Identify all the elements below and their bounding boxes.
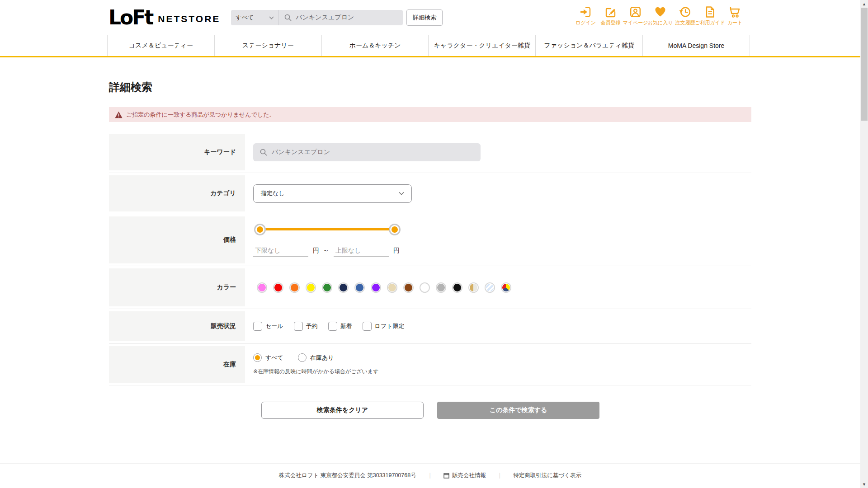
checkbox-icon[interactable] (328, 322, 337, 331)
slider-track[interactable] (260, 228, 395, 230)
color-swatch-white[interactable] (420, 283, 429, 292)
nav-item-character[interactable]: キャラクター・クリエイター雑貨 (428, 35, 535, 56)
color-label: カラー (109, 268, 245, 306)
color-swatch-clear[interactable] (486, 283, 494, 292)
color-swatch-red[interactable] (274, 283, 283, 292)
price-min-input[interactable]: 下限なし (253, 245, 308, 257)
color-swatch-black[interactable] (453, 283, 462, 292)
guide-button[interactable]: ご利用ガイド (698, 6, 722, 26)
color-swatch-yellow[interactable] (307, 283, 315, 292)
checkbox-icon[interactable] (253, 322, 262, 331)
price-separator: ～ (323, 247, 329, 255)
color-swatch-navy[interactable] (339, 283, 348, 292)
stock-note: ※在庫情報の反映に時間がかかる場合がございます (253, 368, 378, 375)
header-search-bar: すべて バンキンスエプロン (231, 10, 403, 25)
nav-item-cosmetics[interactable]: コスメ＆ビューティー (107, 35, 214, 56)
color-swatch-orange[interactable] (290, 283, 299, 292)
footer-divider: ｜ (497, 472, 502, 479)
radio-icon[interactable] (298, 353, 307, 362)
cart-icon (729, 6, 741, 18)
header-search-value: バンキンスエプロン (296, 14, 354, 22)
price-max-unit: 円 (393, 247, 400, 255)
scrollbar-thumb[interactable] (861, 8, 868, 121)
header-actions: ログイン 会員登録 マイページ (573, 6, 747, 26)
site-footer: 株式会社ロフト 東京都公安委員会 第303319700768号 ｜ 販売会社情報… (0, 464, 860, 479)
checkbox-new[interactable]: 新着 (328, 322, 352, 331)
status-label: 販売状況 (109, 311, 245, 341)
scroll-up-icon[interactable]: ▲ (860, 0, 868, 8)
color-swatch-green[interactable] (323, 283, 331, 292)
price-row: 価格 下限なし 円 ～ 上限なし 円 (109, 214, 751, 266)
color-swatch-gold-silver[interactable] (469, 283, 478, 292)
radio-icon[interactable] (253, 353, 262, 362)
stock-label: 在庫 (109, 346, 245, 383)
keyword-input[interactable]: バンキンスエプロン (253, 143, 481, 161)
status-row: 販売状況 セール 予約 (109, 309, 751, 343)
header-search-input[interactable]: バンキンスエプロン (279, 10, 403, 25)
chevron-down-icon (269, 16, 274, 19)
register-icon (604, 6, 617, 18)
vertical-scrollbar[interactable]: ▲ ▼ (860, 0, 868, 488)
radio-stock-all[interactable]: すべて (253, 353, 283, 362)
nav-item-home-kitchen[interactable]: ホーム＆キッチン (321, 35, 429, 56)
color-swatch-pink[interactable] (258, 283, 266, 292)
category-label: カテゴリ (109, 175, 245, 211)
search-scope-select[interactable]: すべて (231, 10, 279, 25)
register-button[interactable]: 会員登録 (598, 6, 623, 26)
search-submit-button[interactable]: この条件で検索する (437, 402, 599, 419)
category-selected-value: 指定なし (261, 189, 285, 197)
page-viewport: ▲ ▼ LoFt NETSTORE すべて バンキンスエプロン (0, 0, 868, 488)
footer-link-company-info[interactable]: 販売会社情報 (443, 472, 486, 479)
category-nav: コスメ＆ビューティー ステーショナリー ホーム＆キッチン キャラクター・クリエイ… (107, 35, 750, 56)
nav-item-moma[interactable]: MoMA Design Store (642, 35, 750, 56)
nav-item-fashion[interactable]: ファッション＆バラエティ雑貨 (535, 35, 642, 56)
scroll-down-icon[interactable]: ▼ (860, 480, 868, 488)
company-icon (443, 473, 449, 479)
color-swatches (258, 283, 510, 292)
mypage-button[interactable]: マイページ (623, 6, 648, 26)
guide-icon (704, 6, 716, 18)
no-results-alert: ご指定の条件に一致する商品が見つかりませんでした。 (109, 107, 751, 122)
search-scope-value: すべて (236, 14, 254, 22)
chevron-down-icon (399, 192, 404, 195)
favorites-button[interactable]: お気に入り (648, 6, 673, 26)
checkbox-loft-limited[interactable]: ロフト限定 (363, 322, 405, 331)
loft-logo[interactable]: LoFt NETSTORE (108, 8, 220, 28)
keyword-row: キーワード バンキンスエプロン (109, 132, 751, 173)
price-label: 価格 (109, 216, 245, 263)
price-range-slider[interactable] (260, 224, 395, 235)
order-history-button[interactable]: 注文履歴 (673, 6, 698, 26)
logo-main-text: LoFt (108, 8, 152, 28)
color-swatch-beige[interactable] (388, 283, 396, 292)
footer-link-tokushoho[interactable]: 特定商取引法に基づく表示 (513, 472, 581, 479)
cart-button[interactable]: カート (722, 6, 747, 26)
checkbox-reservation[interactable]: 予約 (294, 322, 318, 331)
price-max-input[interactable]: 上限なし (334, 245, 389, 257)
radio-stock-available[interactable]: 在庫あり (298, 353, 334, 362)
color-swatch-gray[interactable] (437, 283, 445, 292)
price-min-unit: 円 (313, 247, 319, 255)
stock-row: 在庫 すべて 在庫あり ※在庫情報の反映に時間がか (109, 343, 751, 385)
checkbox-icon[interactable] (363, 322, 372, 331)
keyword-value: バンキンスエプロン (272, 148, 330, 156)
category-select[interactable]: 指定なし (253, 184, 412, 203)
clear-conditions-button[interactable]: 検索条件をクリア (261, 402, 424, 419)
slider-handle-min[interactable] (254, 224, 266, 235)
footer-divider: ｜ (427, 472, 433, 479)
color-swatch-blue[interactable] (355, 283, 364, 292)
nav-item-stationery[interactable]: ステーショナリー (214, 35, 321, 56)
login-button[interactable]: ログイン (573, 6, 598, 26)
color-swatch-multi[interactable] (502, 283, 510, 292)
checkbox-icon[interactable] (294, 322, 303, 331)
color-swatch-brown[interactable] (404, 283, 413, 292)
search-icon (260, 149, 267, 156)
color-row: カラー (109, 266, 751, 309)
color-swatch-purple[interactable] (372, 283, 380, 292)
login-icon (580, 6, 592, 18)
heart-icon (654, 6, 666, 18)
alert-message: ご指定の条件に一致する商品が見つかりませんでした。 (126, 111, 275, 119)
detail-search-button[interactable]: 詳細検索 (406, 9, 443, 26)
checkbox-sale[interactable]: セール (253, 322, 283, 331)
slider-handle-max[interactable] (389, 224, 401, 235)
category-row: カテゴリ 指定なし (109, 173, 751, 214)
